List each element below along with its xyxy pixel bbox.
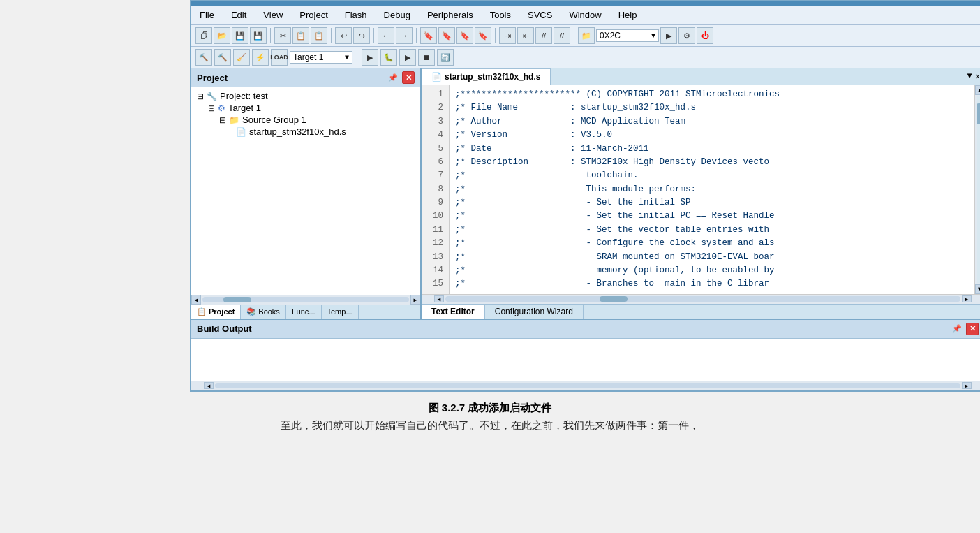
address-value: 0X2C <box>600 31 651 41</box>
menu-help[interactable]: Help <box>616 8 640 22</box>
editor-hscroll-left[interactable]: ◀ <box>434 295 444 302</box>
editor-hscroll-track[interactable] <box>445 296 960 302</box>
navigate-fwd-button[interactable]: → <box>396 27 413 44</box>
editor-hscroll[interactable]: ◀ ▶ <box>422 294 980 304</box>
editor-tab-bar: 📄 startup_stm32f10x_hd.s ▼ ✕ <box>422 68 980 85</box>
address-dropdown-arrow[interactable]: ▼ <box>651 32 655 40</box>
save-all-button[interactable]: 💾 <box>250 27 267 44</box>
tab-books-label: Books <box>258 307 280 316</box>
build-output-panel: Build Output 📌 ✕ ◀ ▶ <box>191 319 980 390</box>
hscroll-right[interactable]: ▶ <box>410 295 420 305</box>
editor-tab-startup[interactable]: 📄 startup_stm32f10x_hd.s <box>422 68 551 85</box>
go-btn[interactable]: ▶ <box>660 27 677 44</box>
close-panel-button[interactable]: ✕ <box>402 71 415 84</box>
code-content[interactable]: ;*********************** (C) COPYRIGHT 2… <box>450 85 974 294</box>
flash-button[interactable]: ⚡ <box>252 49 269 66</box>
config-btn[interactable]: ⚙ <box>678 27 695 44</box>
menu-view[interactable]: View <box>260 8 285 22</box>
build-close-button[interactable]: ✕ <box>966 323 979 335</box>
redo-button[interactable]: ↪ <box>353 27 370 44</box>
target-dropdown[interactable]: Target 1 ▼ <box>290 51 352 64</box>
ide-window: File Edit View Project Flash Debug Perip… <box>190 0 980 392</box>
tab-dropdown-arrow[interactable]: ▼ <box>967 71 972 82</box>
batch-build-button[interactable]: 🔨 <box>214 49 231 66</box>
tab-close-icon[interactable]: ✕ <box>975 71 980 82</box>
vscroll-track[interactable] <box>977 96 981 283</box>
save-button[interactable]: 💾 <box>232 27 248 44</box>
tab-books[interactable]: 📚 Books <box>241 305 286 319</box>
code-area[interactable]: 1 2 3 4 5 6 7 8 9 10 11 12 13 <box>422 85 974 294</box>
editor-panel: 📄 startup_stm32f10x_hd.s ▼ ✕ 1 2 3 <box>422 68 980 319</box>
address-dropdown[interactable]: 0X2C ▼ <box>596 29 659 42</box>
tab-project[interactable]: 📋 Project <box>191 305 241 319</box>
menu-flash[interactable]: Flash <box>342 8 370 22</box>
clean-button[interactable]: 🧹 <box>233 49 250 66</box>
build-hscroll[interactable]: ◀ ▶ <box>191 381 980 390</box>
file-doc-icon: 📄 <box>431 72 442 82</box>
tab-functions[interactable]: Func... <box>286 305 322 319</box>
pin-icon[interactable]: 📌 <box>387 71 399 84</box>
copy-button[interactable]: 📋 <box>292 27 309 44</box>
tree-item-target[interactable]: ⊟ ⚙ Target 1 <box>194 102 417 114</box>
run-button[interactable]: ▶ <box>399 49 416 66</box>
code-editor-area: 1 2 3 4 5 6 7 8 9 10 11 12 13 <box>422 85 980 294</box>
power-btn[interactable]: ⏻ <box>697 27 713 44</box>
target-dropdown-arrow[interactable]: ▼ <box>345 54 349 61</box>
vscroll-up[interactable]: ▲ <box>975 85 981 95</box>
indent-button[interactable]: ⇥ <box>499 27 516 44</box>
page-wrapper: File Edit View Project Flash Debug Perip… <box>0 0 980 439</box>
tree-item-source-group[interactable]: ⊟ 📁 Source Group 1 <box>194 114 417 126</box>
bookmark-button[interactable]: 🔖 <box>420 27 437 44</box>
next-bookmark-button[interactable]: 🔖 <box>456 27 473 44</box>
build-pin-icon[interactable]: 📌 <box>951 323 963 335</box>
line-num-8: 8 <box>427 183 443 196</box>
menu-file[interactable]: File <box>197 8 217 22</box>
editor-hscroll-right[interactable]: ▶ <box>962 295 972 302</box>
new-file-button[interactable]: 🗍 <box>195 27 212 44</box>
editor-tab-text-editor[interactable]: Text Editor <box>422 305 485 319</box>
line-numbers: 1 2 3 4 5 6 7 8 9 10 11 12 13 <box>422 85 450 294</box>
paste-button[interactable]: 📋 <box>311 27 327 44</box>
menu-tools[interactable]: Tools <box>487 8 514 22</box>
hscroll-left[interactable]: ◀ <box>191 295 201 305</box>
folder-icon: 📁 <box>229 115 239 125</box>
load-button[interactable]: LOAD <box>271 49 288 66</box>
menu-debug[interactable]: Debug <box>381 8 413 22</box>
project-hscroll[interactable]: ◀ ▶ <box>191 295 420 305</box>
navigate-back-button[interactable]: ← <box>378 27 394 44</box>
tree-item-file[interactable]: 📄 startup_stm32f10x_hd.s <box>194 126 417 138</box>
reset-button[interactable]: 🔄 <box>437 49 454 66</box>
tab-templates[interactable]: Temp... <box>322 305 359 319</box>
text-editor-tab-label: Text Editor <box>431 307 475 316</box>
build-hscroll-left[interactable]: ◀ <box>204 382 214 389</box>
menu-edit[interactable]: Edit <box>228 8 249 22</box>
prev-bookmark-button[interactable]: 🔖 <box>438 27 455 44</box>
build-hscroll-track[interactable] <box>215 383 960 388</box>
open-folder-btn[interactable]: 📁 <box>578 27 595 44</box>
tree-item-project[interactable]: ⊟ 🔧 Project: test <box>194 90 417 102</box>
menu-peripherals[interactable]: Peripherals <box>424 8 476 22</box>
menu-bar: File Edit View Project Flash Debug Perip… <box>191 6 980 25</box>
uncomment-button[interactable]: // <box>554 27 570 44</box>
toolbar-sep-2 <box>331 28 332 43</box>
cut-button[interactable]: ✂ <box>274 27 291 44</box>
hscroll-track[interactable] <box>202 297 409 302</box>
toolbar-2: 🔨 🔨 🧹 ⚡ LOAD Target 1 ▼ ▶ 🐛 ▶ ⏹ 🔄 <box>191 47 980 68</box>
open-file-button[interactable]: 📂 <box>214 27 230 44</box>
v-scrollbar[interactable]: ▲ ▼ <box>974 85 980 294</box>
vscroll-down[interactable]: ▼ <box>975 284 981 294</box>
comment-button[interactable]: // <box>535 27 552 44</box>
build-all-button[interactable]: 🔨 <box>195 49 212 66</box>
file-label: startup_stm32f10x_hd.s <box>249 126 346 137</box>
editor-tab-config-wizard[interactable]: Configuration Wizard <box>485 305 584 319</box>
menu-svcs[interactable]: SVCS <box>525 8 555 22</box>
build-hscroll-right[interactable]: ▶ <box>962 382 972 389</box>
start-debug-button[interactable]: ▶ <box>362 49 378 66</box>
menu-project[interactable]: Project <box>297 8 330 22</box>
clear-bookmarks-button[interactable]: 🔖 <box>475 27 491 44</box>
debug-option-button[interactable]: 🐛 <box>380 49 397 66</box>
stop-button[interactable]: ⏹ <box>418 49 435 66</box>
menu-window[interactable]: Window <box>566 8 604 22</box>
undo-button[interactable]: ↩ <box>335 27 352 44</box>
unindent-button[interactable]: ⇤ <box>517 27 534 44</box>
